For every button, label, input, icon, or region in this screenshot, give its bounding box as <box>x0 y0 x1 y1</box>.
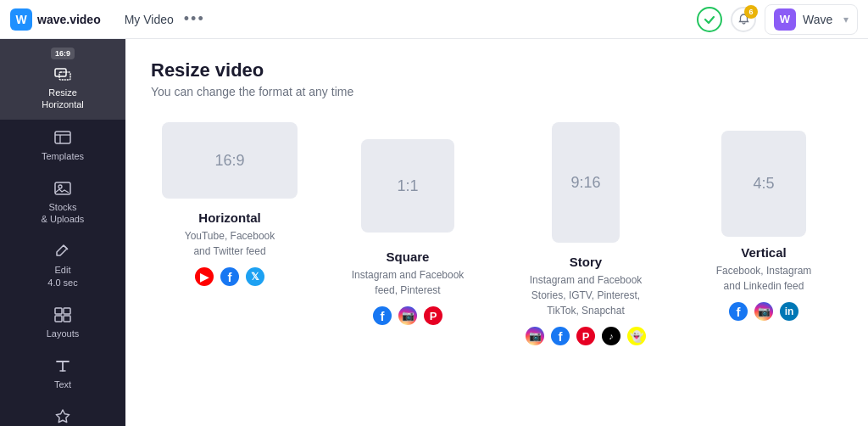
notification-badge: 6 <box>744 5 758 19</box>
topbar: W wave.video My Video ••• 6 W Wave ▾ <box>0 0 868 39</box>
instagram-icon: 📷 <box>398 306 417 325</box>
format-preview-vertical: 4:5 <box>721 131 806 237</box>
format-card-story[interactable]: 9:16 Story Instagram and FacebookStories… <box>507 122 665 345</box>
format-ratio-label-square: 1:1 <box>397 177 418 195</box>
overlays-icon <box>53 408 72 426</box>
format-desc-horizontal: YouTube, Facebookand Twitter feed <box>185 228 275 259</box>
format-desc-square: Instagram and Facebookfeed, Pinterest <box>352 267 465 298</box>
sidebar-item-resize-label: ResizeHorizontal <box>42 87 84 111</box>
format-ratio-label-vertical: 4:5 <box>753 175 774 193</box>
sidebar-item-resize[interactable]: 16:9 ResizeHorizontal <box>0 39 125 120</box>
format-preview-story: 9:16 <box>552 122 620 243</box>
svg-rect-8 <box>64 308 70 314</box>
format-ratio-label-story: 9:16 <box>570 174 600 192</box>
user-name: Wave <box>803 13 837 26</box>
format-preview-square: 1:1 <box>361 139 454 233</box>
logo-area: W wave.video <box>10 8 101 31</box>
sidebar: 16:9 ResizeHorizontal Templates Stocks <box>0 39 125 426</box>
page-subtitle: You can change the format at any time <box>151 85 843 98</box>
format-preview-horizontal: 16:9 <box>162 122 298 199</box>
svg-rect-4 <box>55 132 70 143</box>
logo-icon: W <box>10 8 32 31</box>
more-options-button[interactable]: ••• <box>184 10 205 28</box>
facebook-icon-4: f <box>729 302 748 321</box>
resize-icon <box>53 64 72 83</box>
project-title: My Video <box>125 13 174 26</box>
pinterest-icon: P <box>424 306 442 325</box>
linkedin-icon: in <box>780 302 798 321</box>
format-icons-horizontal: ▶ f 𝕏 <box>195 267 264 286</box>
sidebar-item-templates-label: Templates <box>42 150 84 162</box>
edit-icon <box>53 242 72 261</box>
sidebar-item-templates[interactable]: Templates <box>0 120 125 171</box>
sidebar-item-edit-label: Edit4.0 sec <box>47 264 77 289</box>
facebook-icon: f <box>220 267 239 286</box>
user-avatar: W <box>774 8 796 31</box>
svg-rect-10 <box>64 316 70 322</box>
format-card-vertical[interactable]: 4:5 Vertical Facebook, Instagramand Link… <box>685 122 843 345</box>
facebook-icon-3: f <box>551 327 570 345</box>
format-desc-vertical: Facebook, Instagramand Linkedin feed <box>716 263 812 294</box>
notifications-button[interactable]: 6 <box>731 7 756 32</box>
logo-text: wave.video <box>37 13 101 26</box>
sidebar-item-overlays[interactable]: Overlays& Stickers <box>0 400 125 426</box>
format-icons-square: f 📷 P <box>373 306 442 325</box>
resize-ratio-badge: 16:9 <box>51 48 75 59</box>
user-dropdown[interactable]: W Wave ▾ <box>765 4 858 35</box>
svg-point-6 <box>58 185 62 188</box>
sidebar-item-stocks[interactable]: Stocks& Uploads <box>0 171 125 234</box>
svg-text:W: W <box>15 13 27 26</box>
layouts-icon <box>53 305 72 324</box>
sidebar-item-text[interactable]: Text <box>0 348 125 399</box>
topbar-right: 6 W Wave ▾ <box>697 4 858 35</box>
stocks-icon <box>53 179 72 198</box>
format-desc-story: Instagram and FacebookStories, IGTV, Pin… <box>530 272 643 318</box>
sidebar-item-layouts[interactable]: Layouts <box>0 297 125 348</box>
twitter-icon: 𝕏 <box>246 267 264 286</box>
format-card-square[interactable]: 1:1 Square Instagram and Facebookfeed, P… <box>329 122 487 345</box>
sidebar-item-edit[interactable]: Edit4.0 sec <box>0 233 125 297</box>
snapchat-icon: 👻 <box>627 327 646 345</box>
text-icon <box>53 356 72 375</box>
content-area: Resize video You can change the format a… <box>125 39 868 426</box>
sidebar-item-text-label: Text <box>54 378 71 390</box>
facebook-icon-2: f <box>373 306 392 325</box>
format-card-horizontal[interactable]: 16:9 Horizontal YouTube, Facebookand Twi… <box>151 122 309 345</box>
save-check-button[interactable] <box>697 7 722 32</box>
instagram-icon-2: 📷 <box>526 327 544 345</box>
sidebar-item-stocks-label: Stocks& Uploads <box>42 201 85 226</box>
format-ratio-label-horizontal: 16:9 <box>214 152 244 170</box>
main-layout: 16:9 ResizeHorizontal Templates Stocks <box>0 39 868 426</box>
templates-icon <box>53 128 72 147</box>
instagram-icon-3: 📷 <box>754 302 773 321</box>
format-icons-story: 📷 f P ♪ 👻 <box>526 327 646 345</box>
page-title: Resize video <box>151 59 843 81</box>
youtube-icon: ▶ <box>195 267 214 286</box>
format-name-vertical: Vertical <box>741 245 786 260</box>
formats-grid: 16:9 Horizontal YouTube, Facebookand Twi… <box>151 122 843 345</box>
format-name-square: Square <box>387 249 430 264</box>
format-icons-vertical: f 📷 in <box>729 302 798 321</box>
svg-rect-7 <box>55 308 62 314</box>
tiktok-icon: ♪ <box>602 327 620 345</box>
pinterest-icon-2: P <box>576 327 595 345</box>
format-name-horizontal: Horizontal <box>198 210 260 225</box>
chevron-down-icon: ▾ <box>843 14 849 25</box>
format-name-story: Story <box>570 255 602 269</box>
svg-rect-9 <box>55 316 62 322</box>
sidebar-item-layouts-label: Layouts <box>47 328 80 339</box>
